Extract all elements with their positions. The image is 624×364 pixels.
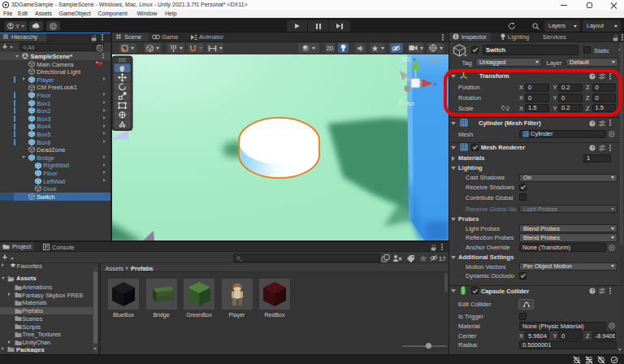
svg-text:x: x	[434, 81, 436, 86]
svg-text:Iso: Iso	[406, 100, 414, 107]
